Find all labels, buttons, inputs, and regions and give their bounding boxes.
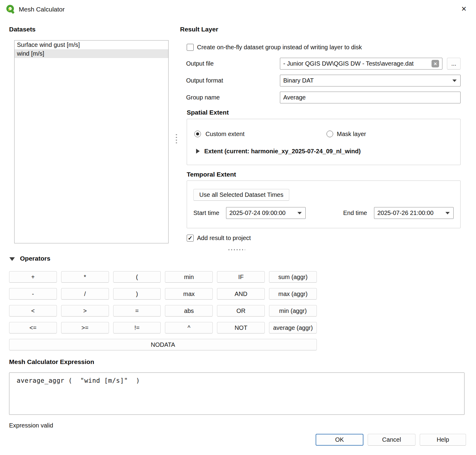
operator-button[interactable]: >= (61, 322, 109, 333)
nodata-button[interactable]: NODATA (9, 339, 317, 350)
operator-button[interactable]: max (165, 288, 213, 300)
operator-button[interactable]: - (9, 288, 57, 300)
titlebar: Mesh Calculator ✕ (0, 0, 476, 18)
custom-extent-label: Custom extent (205, 131, 245, 138)
result-layer-section-label: Result Layer (180, 26, 218, 33)
group-name-input[interactable] (280, 92, 461, 103)
datasets-section-label: Datasets (9, 26, 36, 33)
operator-button[interactable]: > (61, 305, 109, 317)
operator-button[interactable]: NOT (217, 322, 265, 333)
mask-layer-radio[interactable] (327, 131, 333, 137)
cancel-button[interactable]: Cancel (368, 434, 415, 446)
end-time-value: 2025-07-26 21:00:00 (377, 210, 434, 216)
operator-button[interactable]: AND (217, 288, 265, 300)
splitter-handle-horizontal[interactable] (228, 249, 245, 251)
operators-collapse-icon[interactable] (9, 257, 15, 261)
operator-button[interactable]: < (9, 305, 57, 317)
end-time-label: End time (343, 207, 367, 219)
operator-button[interactable]: IF (217, 271, 265, 283)
chevron-down-icon (297, 212, 302, 214)
expression-section-label: Mesh Calculator Expression (9, 358, 94, 366)
help-button[interactable]: Help (420, 434, 466, 446)
clear-text-icon[interactable]: ✕ (432, 60, 439, 67)
use-all-dataset-times-button[interactable]: Use all Selected Dataset Times (193, 189, 289, 201)
operator-button[interactable]: ^ (165, 322, 213, 333)
start-time-value: 2025-07-24 09:00:00 (229, 210, 286, 216)
expression-textarea[interactable]: average_aggr ( "wind [m/s]" ) (9, 372, 465, 415)
splitter-handle-vertical[interactable] (176, 133, 177, 145)
end-time-select[interactable]: 2025-07-26 21:00:00 (374, 207, 454, 219)
on-the-fly-label: Create on-the-fly dataset group instead … (197, 44, 362, 51)
output-format-label: Output format (186, 75, 223, 86)
operator-button[interactable]: + (9, 271, 57, 283)
add-result-checkbox[interactable] (187, 235, 194, 242)
chevron-down-icon (452, 80, 457, 82)
operator-button[interactable]: != (113, 322, 161, 333)
chevron-right-icon (196, 149, 200, 154)
start-time-label: Start time (193, 207, 219, 219)
operators-grid: + * ( min IF sum (aggr) - / ) max AND ma… (9, 271, 317, 350)
operator-button[interactable]: OR (217, 305, 265, 317)
operator-button[interactable]: <= (9, 322, 57, 333)
chevron-down-icon (445, 212, 450, 214)
qgis-logo-icon (5, 4, 16, 14)
spatial-extent-section-label: Spatial Extent (187, 109, 229, 116)
browse-button[interactable]: ... (447, 58, 461, 70)
operator-button[interactable]: ( (113, 271, 161, 283)
output-file-label: Output file (186, 58, 214, 70)
mesh-calculator-dialog: Mesh Calculator ✕ Datasets Surface wind … (0, 0, 476, 455)
operator-button[interactable]: average (aggr) (269, 322, 317, 333)
on-the-fly-checkbox[interactable] (187, 44, 194, 51)
dataset-item[interactable]: Surface wind gust [m/s] (15, 41, 168, 49)
operator-button[interactable]: = (113, 305, 161, 317)
operator-button[interactable]: sum (aggr) (269, 271, 317, 283)
operator-button[interactable]: max (aggr) (269, 288, 317, 300)
add-result-label: Add result to project (197, 235, 251, 242)
output-file-input[interactable] (280, 58, 442, 70)
temporal-extent-group: Use all Selected Dataset Times Start tim… (187, 180, 461, 228)
operator-button[interactable]: min (165, 271, 213, 283)
ok-button[interactable]: OK (316, 434, 363, 446)
group-name-label: Group name (186, 92, 220, 103)
extent-expander[interactable]: Extent (current: harmonie_xy_2025-07-24_… (196, 147, 361, 155)
start-time-select[interactable]: 2025-07-24 09:00:00 (226, 207, 306, 219)
datasets-list[interactable]: Surface wind gust [m/s] wind [m/s] (14, 40, 169, 243)
operator-button[interactable]: * (61, 271, 109, 283)
operator-button[interactable]: ) (113, 288, 161, 300)
mask-layer-label: Mask layer (337, 131, 366, 138)
close-icon[interactable]: ✕ (458, 3, 470, 15)
temporal-extent-section-label: Temporal Extent (187, 171, 236, 178)
operator-button[interactable]: / (61, 288, 109, 300)
spatial-extent-group: Custom extent Mask layer Extent (current… (187, 119, 461, 165)
extent-label: Extent (current: harmonie_xy_2025-07-24_… (204, 148, 361, 155)
expression-status: Expression valid (9, 422, 53, 429)
output-format-value: Binary DAT (283, 77, 314, 84)
operator-button[interactable]: min (aggr) (269, 305, 317, 317)
window-title: Mesh Calculator (19, 5, 65, 14)
operator-button[interactable]: abs (165, 305, 213, 317)
operators-section-label: Operators (20, 255, 50, 262)
custom-extent-radio[interactable] (194, 131, 201, 137)
output-format-select[interactable]: Binary DAT (280, 75, 461, 86)
dataset-item[interactable]: wind [m/s] (15, 49, 168, 58)
